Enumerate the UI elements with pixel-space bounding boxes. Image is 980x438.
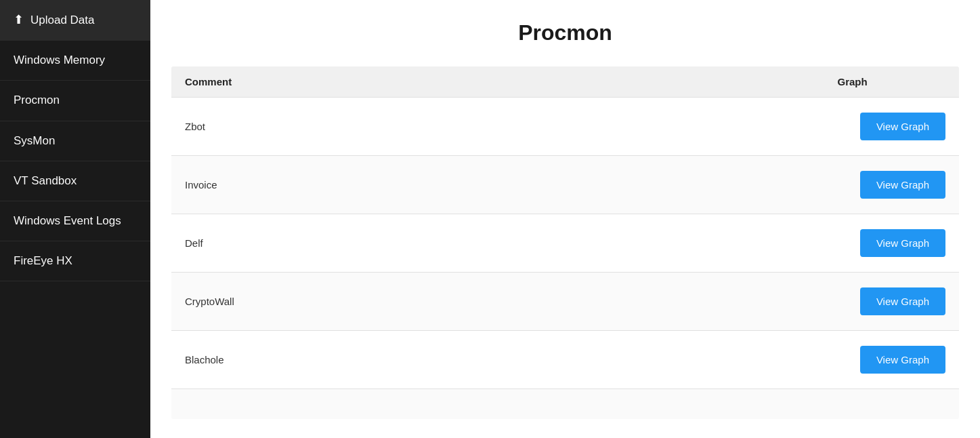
table-cell-graph: View Graph xyxy=(824,156,960,214)
table-row: CryptoWallView Graph xyxy=(171,273,960,331)
view-graph-button[interactable]: View Graph xyxy=(860,113,945,140)
sidebar-item-label: VT Sandbox xyxy=(14,174,77,188)
view-graph-button[interactable]: View Graph xyxy=(860,287,945,315)
table-cell-graph xyxy=(824,389,960,420)
table-cell-graph: View Graph xyxy=(824,273,960,331)
table-cell-comment: Invoice xyxy=(171,156,824,214)
table-cell-comment xyxy=(171,389,824,420)
sidebar-item-windows-event-logs[interactable]: Windows Event Logs xyxy=(0,201,150,241)
sidebar: ⬆Upload DataWindows MemoryProcmonSysMonV… xyxy=(0,0,150,438)
view-graph-button[interactable]: View Graph xyxy=(860,229,945,257)
table-cell-graph: View Graph xyxy=(824,98,960,156)
table-row: ZbotView Graph xyxy=(171,98,960,156)
table-row: BlacholeView Graph xyxy=(171,331,960,389)
sidebar-item-upload-data[interactable]: ⬆Upload Data xyxy=(0,0,150,41)
column-header-graph: Graph xyxy=(824,66,960,98)
sidebar-item-label: Windows Event Logs xyxy=(14,214,121,228)
table-cell-comment: Delf xyxy=(171,214,824,273)
table-row: InvoiceView Graph xyxy=(171,156,960,214)
sidebar-item-procmon[interactable]: Procmon xyxy=(0,81,150,121)
sidebar-item-label: FireEye HX xyxy=(14,254,72,268)
view-graph-button[interactable]: View Graph xyxy=(860,171,945,199)
column-header-comment: Comment xyxy=(171,66,824,98)
table-cell-comment: Blachole xyxy=(171,331,824,389)
table-header-row: Comment Graph xyxy=(171,66,960,98)
table-cell-comment: CryptoWall xyxy=(171,273,824,331)
sidebar-item-sysmon[interactable]: SysMon xyxy=(0,121,150,161)
sidebar-item-label: SysMon xyxy=(14,134,55,148)
table-row: DelfView Graph xyxy=(171,214,960,273)
sidebar-item-fireeye-hx[interactable]: FireEye HX xyxy=(0,241,150,281)
table-row xyxy=(171,389,960,420)
page-title: Procmon xyxy=(171,20,960,45)
sidebar-item-vt-sandbox[interactable]: VT Sandbox xyxy=(0,161,150,201)
main-content: Procmon Comment Graph ZbotView GraphInvo… xyxy=(150,0,980,438)
upload-icon: ⬆ xyxy=(14,12,24,28)
data-table: Comment Graph ZbotView GraphInvoiceView … xyxy=(171,66,960,420)
sidebar-item-windows-memory[interactable]: Windows Memory xyxy=(0,41,150,81)
view-graph-button[interactable]: View Graph xyxy=(860,346,945,374)
sidebar-item-label: Upload Data xyxy=(30,13,95,28)
table-cell-graph: View Graph xyxy=(824,214,960,273)
table-cell-comment: Zbot xyxy=(171,98,824,156)
table-cell-graph: View Graph xyxy=(824,331,960,389)
sidebar-item-label: Windows Memory xyxy=(14,53,105,68)
sidebar-item-label: Procmon xyxy=(14,93,60,108)
